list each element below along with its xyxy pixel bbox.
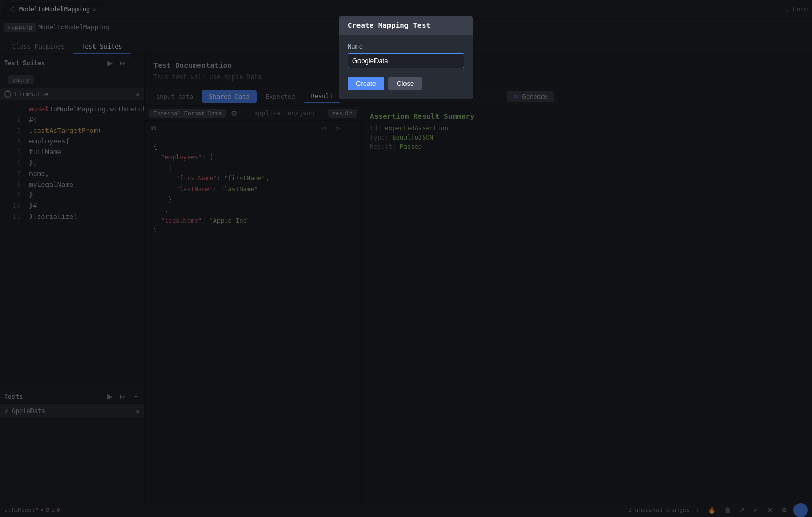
create-mapping-modal: Create Mapping Test Name Create Close (339, 16, 473, 99)
modal-title: Create Mapping Test (339, 16, 473, 35)
modal-name-label: Name (348, 43, 464, 50)
close-button[interactable]: Close (388, 77, 422, 90)
modal-overlay: Create Mapping Test Name Create Close (0, 0, 812, 517)
modal-body: Name (339, 35, 473, 77)
modal-footer: Create Close (339, 77, 473, 99)
modal-name-input[interactable] (348, 53, 464, 68)
create-button[interactable]: Create (348, 77, 384, 90)
